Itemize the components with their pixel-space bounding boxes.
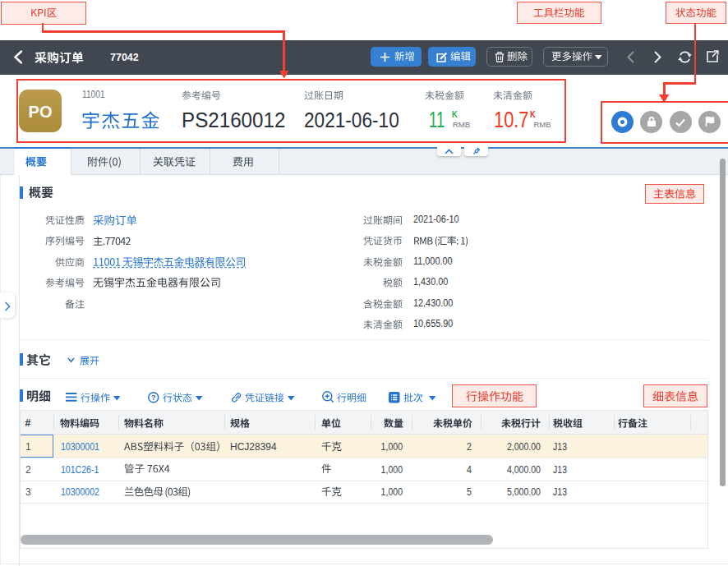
svg-text:?: ?: [150, 393, 155, 402]
